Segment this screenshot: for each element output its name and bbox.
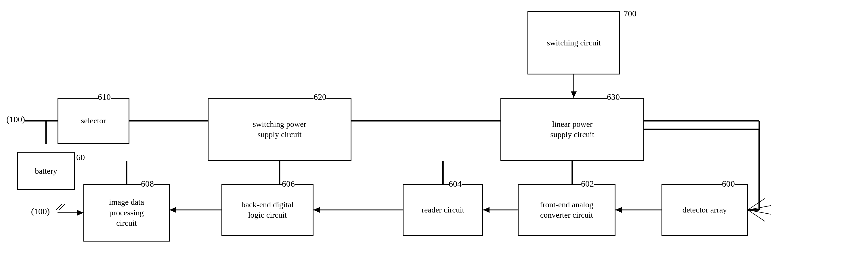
switching-power-supply-label: switching powersupply circuit [253, 119, 306, 140]
ref-604: 604 [449, 179, 462, 189]
back-end-digital-label: back-end digitallogic circuit [241, 200, 293, 220]
battery-box: battery [17, 152, 75, 190]
svg-line-28 [748, 210, 765, 221]
battery-label: battery [35, 166, 57, 176]
front-end-analog-box: front-end analogconverter circuit [518, 184, 616, 236]
reader-circuit-label: reader circuit [422, 205, 464, 215]
ref-700: 700 [623, 9, 637, 19]
front-end-analog-label: front-end analogconverter circuit [540, 200, 593, 220]
svg-marker-31 [77, 210, 84, 216]
input-label-100: (100) [6, 115, 25, 124]
svg-marker-24 [616, 207, 622, 213]
svg-line-39 [56, 204, 62, 210]
back-end-digital-box: back-end digitallogic circuit [221, 184, 313, 236]
svg-marker-20 [313, 207, 320, 213]
switching-power-supply-box: switching powersupply circuit [208, 98, 351, 161]
ref-630: 630 [607, 92, 620, 102]
ref-608: 608 [141, 179, 154, 189]
switching-circuit-label: switching circuit [547, 38, 600, 48]
image-data-box: image dataprocessingcircuit [84, 184, 170, 242]
ref-602: 602 [581, 179, 594, 189]
ref-600: 600 [722, 179, 735, 189]
svg-line-40 [59, 204, 65, 210]
svg-line-26 [748, 206, 771, 210]
ref-610: 610 [98, 92, 111, 102]
input-label-100-b: (100) [31, 206, 50, 216]
svg-marker-22 [483, 207, 490, 213]
diagram: switching circuit 700 selector 610 switc… [0, 0, 868, 270]
svg-line-25 [748, 199, 765, 210]
reader-circuit-box: reader circuit [403, 184, 483, 236]
switching-circuit-box: switching circuit [527, 11, 620, 74]
svg-line-27 [748, 210, 771, 214]
ref-60: 60 [76, 152, 85, 162]
linear-power-supply-label: linear powersupply circuit [550, 119, 594, 140]
linear-power-supply-box: linear powersupply circuit [500, 98, 644, 161]
ref-620: 620 [313, 92, 327, 102]
image-data-label: image dataprocessingcircuit [109, 197, 144, 228]
svg-marker-18 [170, 207, 176, 213]
ref-606: 606 [282, 179, 295, 189]
selector-label: selector [81, 116, 106, 126]
detector-array-label: detector array [682, 205, 727, 215]
detector-array-box: detector array [661, 184, 748, 236]
svg-marker-4 [571, 91, 577, 98]
selector-box: selector [58, 98, 129, 144]
